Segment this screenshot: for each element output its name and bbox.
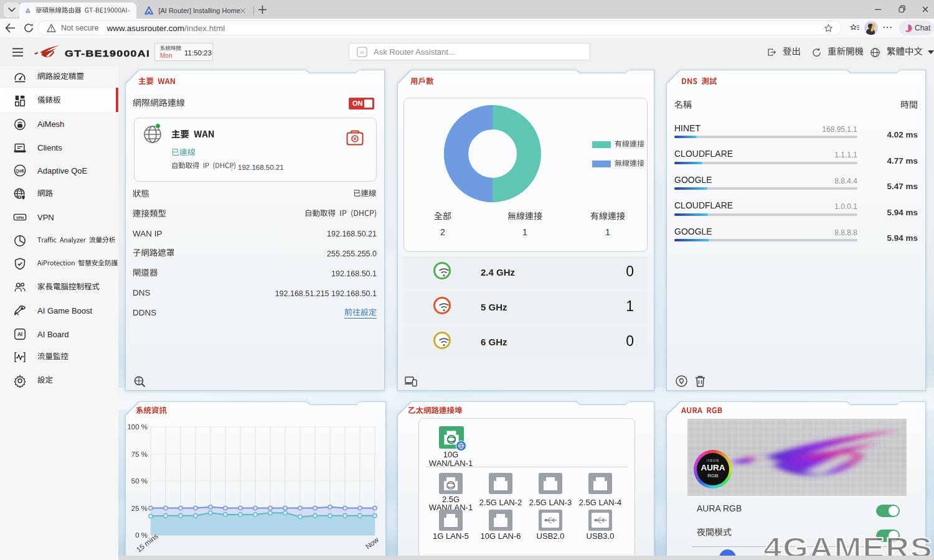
svg-text:AI: AI (360, 49, 364, 55)
svg-text:VPN: VPN (16, 216, 24, 220)
svg-text:QoE: QoE (16, 169, 25, 174)
svg-text:50 %: 50 % (131, 477, 148, 485)
svg-text:75 %: 75 % (131, 450, 148, 458)
svg-text:AI: AI (17, 332, 22, 337)
svg-text:Now: Now (364, 536, 380, 551)
svg-text:0 %: 0 % (135, 531, 148, 539)
svg-text:100 %: 100 % (127, 423, 148, 431)
svg-text:25 %: 25 % (131, 505, 148, 512)
